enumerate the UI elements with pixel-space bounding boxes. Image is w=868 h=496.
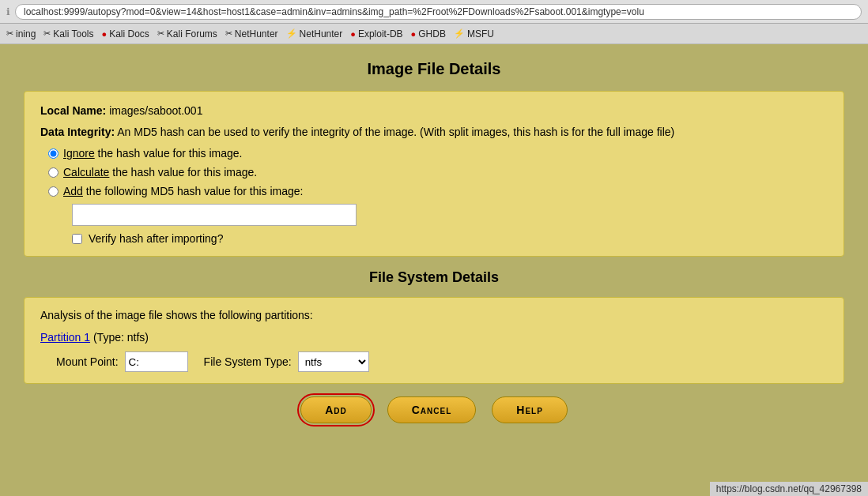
verify-checkbox-row: Verify hash after importing? [72,232,828,245]
data-integrity-row: Data Integrity: An MD5 hash can be used … [40,124,828,141]
bookmark-nethunter-label: NetHunter [235,28,278,39]
help-button[interactable]: Help [492,396,568,423]
bookmark-ghdb-label: GHDB [418,28,446,39]
radio-calculate-item: Calculate the hash value for this image. [48,166,828,178]
radio-add[interactable] [48,186,58,197]
add-button[interactable]: Add [300,396,372,423]
bookmark-training-label: ining [16,28,36,39]
radio-ignore[interactable] [48,148,58,159]
partition-type: (Type: ntfs) [93,331,149,344]
local-name-label: Local Name: [40,104,106,117]
main-content: Image File Details Local Name: images/sa… [0,44,868,496]
bookmark-kali-forums[interactable]: ✂ Kali Forums [157,28,217,39]
cancel-button[interactable]: Cancel [387,396,477,423]
radio-ignore-item: Ignore the hash value for this image. [48,147,828,160]
bookmark-kali-tools[interactable]: ✂ Kali Tools [43,28,93,39]
filesystem-type-label: File System Type: [204,355,292,368]
bookmark-offensive-security-icon: ⚡ [286,28,297,39]
bookmark-kali-tools-icon: ✂ [43,28,51,39]
bookmark-kali-docs[interactable]: ● Kali Docs [102,28,149,39]
bookmark-kali-tools-label: Kali Tools [53,28,93,39]
local-name-value: images/saboot.001 [109,104,202,117]
bookmark-kali-docs-label: Kali Docs [109,28,149,39]
radio-add-label[interactable]: Add the following MD5 hash value for thi… [63,185,304,197]
filesystem-card: Analysis of the image file shows the fol… [24,297,844,384]
partition-fields: Mount Point: File System Type: ntfs fat … [56,351,828,372]
info-icon: ℹ [6,6,10,17]
browser-bar: ℹ localhost:9999/autopsy?mod=0&view=14&h… [0,0,868,24]
page-title: Image File Details [24,60,844,78]
bookmark-msfu[interactable]: ⚡ MSFU [454,28,494,39]
bookmark-msfu-icon: ⚡ [454,28,465,39]
bookmark-offensive-security-label: NetHunter [300,28,343,39]
bookmark-kali-forums-label: Kali Forums [167,28,217,39]
bookmark-offensive-security[interactable]: ⚡ NetHunter [286,28,343,39]
verify-checkbox[interactable] [72,234,82,244]
radio-ignore-underline: Ignore [63,147,95,160]
bookmarks-bar: ✂ ining ✂ Kali Tools ● Kali Docs ✂ Kali … [0,24,868,44]
bookmark-training-icon: ✂ [6,28,13,39]
radio-add-underline: Add [63,185,83,197]
status-bar: https://blog.csdn.net/qq_42967398 [710,482,868,496]
partition-link[interactable]: Partition 1 [40,331,90,344]
verify-label[interactable]: Verify hash after importing? [89,232,223,245]
bookmark-ghdb-icon: ● [411,29,417,39]
radio-add-text: the following MD5 hash value for this im… [86,185,304,197]
bookmark-kali-forums-icon: ✂ [157,28,164,39]
radio-calculate-label[interactable]: Calculate the hash value for this image. [63,166,257,178]
bookmark-msfu-label: MSFU [467,28,494,39]
button-row: Add Cancel Help [24,396,844,423]
radio-ignore-label[interactable]: Ignore the hash value for this image. [63,147,242,160]
local-name-row: Local Name: images/saboot.001 [40,103,828,119]
image-details-card: Local Name: images/saboot.001 Data Integ… [24,91,844,257]
hash-radio-group: Ignore the hash value for this image. Ca… [48,147,828,245]
bookmark-exploit-db-icon: ● [350,29,356,39]
md5-hash-input[interactable] [72,204,357,226]
bookmark-exploit-db[interactable]: ● Exploit-DB [350,28,402,39]
mount-point-group: Mount Point: [56,351,188,372]
analysis-text: Analysis of the image file shows the fol… [40,309,828,321]
radio-calculate[interactable] [48,167,58,178]
bookmark-exploit-db-label: Exploit-DB [358,28,403,39]
mount-point-input[interactable] [125,351,188,372]
bookmark-nethunter-icon: ✂ [225,28,232,39]
filesystem-title: File System Details [24,269,844,286]
url-bar[interactable]: localhost:9999/autopsy?mod=0&view=14&hos… [15,4,862,20]
mount-point-label: Mount Point: [56,355,119,368]
filesystem-type-select[interactable]: ntfs fat ext2 ext3 swap raw [298,351,369,372]
filesystem-type-group: File System Type: ntfs fat ext2 ext3 swa… [204,351,369,372]
radio-ignore-text: the hash value for this image. [98,147,243,160]
bookmark-training[interactable]: ✂ ining [6,28,36,39]
radio-calculate-underline: Calculate [63,166,109,178]
radio-add-item: Add the following MD5 hash value for thi… [48,185,828,197]
bookmark-nethunter[interactable]: ✂ NetHunter [225,28,278,39]
radio-calculate-text: the hash value for this image. [112,166,257,178]
data-integrity-label: Data Integrity: [40,126,115,138]
bookmark-kali-docs-icon: ● [102,29,108,39]
data-integrity-text: An MD5 hash can be used to verify the in… [117,126,674,138]
bookmark-ghdb[interactable]: ● GHDB [411,28,446,39]
partition-title: Partition 1 (Type: ntfs) [40,331,828,344]
